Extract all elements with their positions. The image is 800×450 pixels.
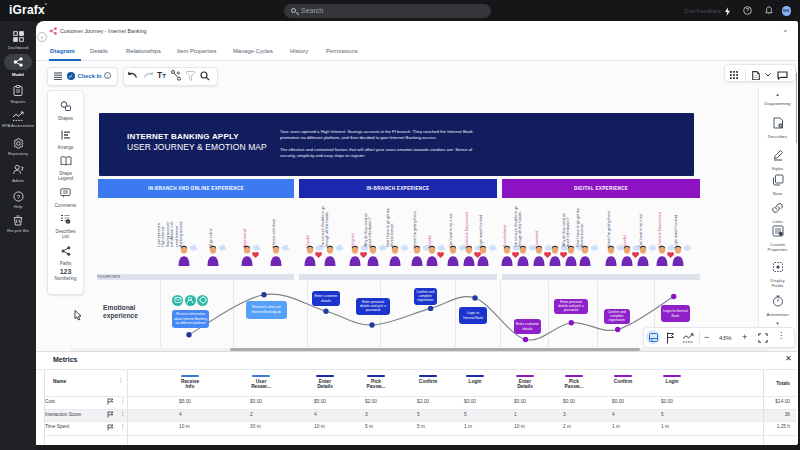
svg-text:?: ? — [16, 193, 20, 199]
svg-text:?: ? — [746, 7, 749, 13]
